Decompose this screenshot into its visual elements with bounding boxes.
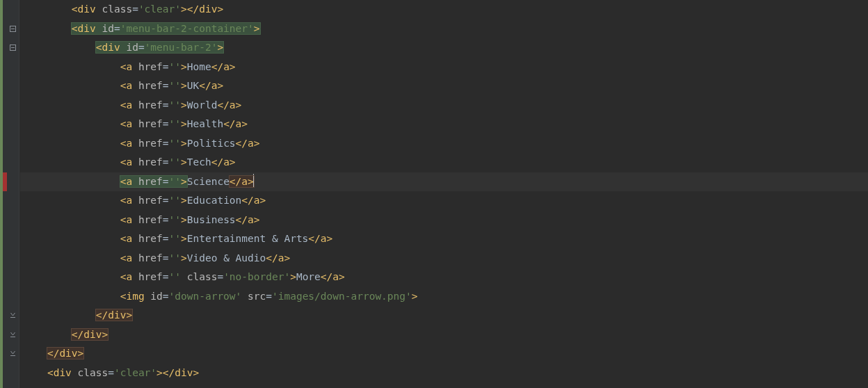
fold-open-icon[interactable] [10, 45, 16, 51]
code-line[interactable]: <a href=''>Home</a> [20, 58, 868, 77]
code-line[interactable]: <div class='clear'></div> [20, 0, 868, 19]
code-line[interactable]: <a href=''>Education</a> [20, 191, 868, 211]
code-line[interactable]: <a href=''>World</a> [20, 96, 868, 115]
code-line[interactable]: <a href=''>Science</a> [20, 172, 868, 192]
code-line[interactable]: <a href=''>UK</a> [20, 76, 868, 96]
code-line[interactable]: <img id='down-arrow' src='images/down-ar… [20, 287, 868, 307]
code-line[interactable]: <a href='' class='no-border'>More</a> [20, 268, 868, 287]
fold-close-icon[interactable] [10, 350, 16, 357]
fold-open-icon[interactable] [10, 26, 16, 32]
code-line[interactable]: </div> [20, 306, 868, 325]
editor-gutter [0, 0, 19, 388]
code-line[interactable]: <div id='menu-bar-2-container'> [20, 19, 868, 39]
code-line[interactable]: </div> [20, 325, 868, 345]
fold-close-icon[interactable] [10, 312, 16, 318]
code-line[interactable]: <a href=''>Entertainment & Arts</a> [20, 229, 868, 249]
code-line[interactable]: <div id='menu-bar-2'> [20, 38, 868, 58]
gutter-change-marker [3, 172, 7, 192]
code-line[interactable]: <a href=''>Business</a> [20, 211, 868, 230]
code-line[interactable]: <a href=''>Politics</a> [20, 134, 868, 154]
code-line[interactable]: </div> [20, 344, 868, 364]
code-line[interactable]: <div class='clear'></div> [20, 364, 868, 383]
code-line[interactable]: <a href=''>Video & Audio</a> [20, 249, 868, 268]
code-editor-area[interactable]: <div class='clear'></div> <div id='menu-… [20, 0, 868, 388]
code-line[interactable]: <a href=''>Tech</a> [20, 153, 868, 172]
code-line[interactable]: <a href=''>Health</a> [20, 115, 868, 134]
text-cursor [253, 174, 255, 187]
fold-close-icon[interactable] [10, 332, 16, 338]
